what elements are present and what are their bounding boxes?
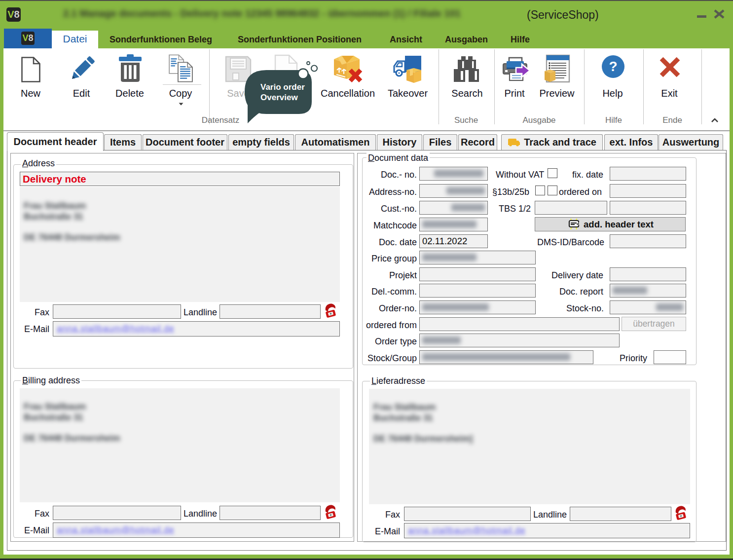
svg-text:Overview: Overview [260, 93, 298, 102]
svg-text:Vario order: Vario order [260, 82, 305, 92]
svg-text:?: ? [609, 59, 617, 74]
